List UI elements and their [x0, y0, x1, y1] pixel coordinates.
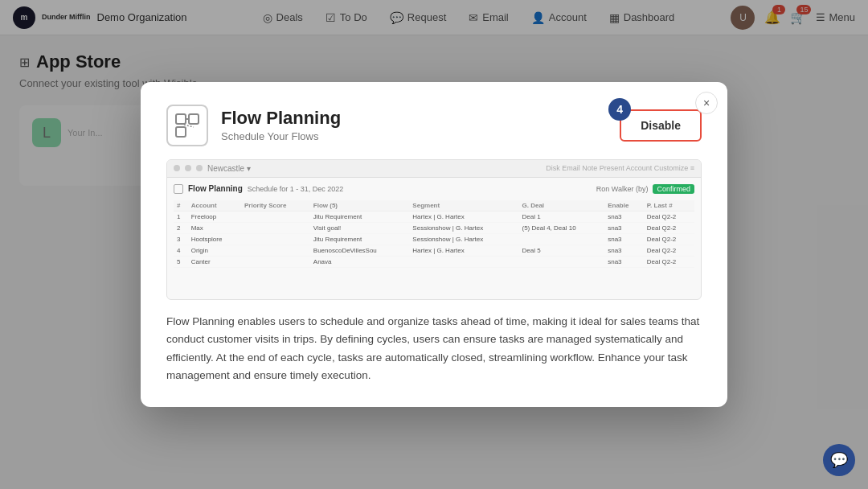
row-4-flow: BuenoscoDeVillesSou	[310, 244, 410, 256]
row-2-num: 2	[174, 222, 188, 233]
col-account: Account	[188, 200, 241, 212]
preview-nav-icons: Disk Email Note Present Account Customiz…	[546, 164, 694, 172]
preview-table-body: 1 Freeloop Jitu Requirement Hartex | G. …	[174, 211, 694, 267]
preview-table: # Account Priority Score Flow (5) Segmen…	[174, 200, 694, 268]
row-2-deal: (5) Deal 4, Deal 10	[518, 222, 604, 233]
col-last: P. Last #	[644, 200, 694, 212]
preview-dot-3	[196, 165, 203, 171]
preview-app-name: Flow Planning	[188, 184, 243, 193]
row-3-last: Deal Q2-2	[644, 233, 694, 244]
row-1-segment: Hartex | G. Hartex	[409, 211, 518, 222]
modal-title-group: Flow Planning Schedule Your Flows	[221, 108, 341, 142]
row-3-account: Hootsplore	[188, 233, 241, 244]
table-row: 2 Max Visit goal! Sessionshow | G. Harte…	[174, 222, 694, 233]
table-row: 5 Canter Anava sna3 Deal Q2-2	[174, 256, 694, 267]
flow-icon-svg	[173, 111, 202, 140]
modal-header: Flow Planning Schedule Your Flows 4 Disa…	[141, 82, 727, 159]
preview-person: Ron Walker (by)	[596, 185, 649, 193]
preview-confirmed-badge: Confirmed	[653, 184, 694, 194]
row-2-last: Deal Q2-2	[644, 222, 694, 233]
row-2-enable: sna3	[604, 222, 644, 233]
row-5-account: Canter	[188, 256, 241, 267]
svg-rect-2	[176, 127, 186, 137]
preview-schedule: Schedule for 1 - 31, Dec 2022	[248, 185, 592, 193]
row-4-deal: Deal 5	[518, 244, 604, 256]
preview-dot-2	[185, 165, 191, 171]
col-priority: Priority Score	[241, 200, 310, 212]
row-4-priority	[241, 244, 310, 256]
row-1-priority	[241, 211, 310, 222]
row-4-segment: Hartex | G. Hartex	[409, 244, 518, 256]
preview-table-header: # Account Priority Score Flow (5) Segmen…	[174, 200, 694, 212]
row-3-enable: sna3	[604, 233, 644, 244]
chat-icon: 💬	[830, 451, 848, 469]
preview-title-bar: Flow Planning Schedule for 1 - 31, Dec 2…	[174, 184, 694, 194]
step-number-badge: 4	[608, 98, 631, 121]
table-row: 1 Freeloop Jitu Requirement Hartex | G. …	[174, 211, 694, 222]
flow-planning-icon	[166, 105, 208, 146]
row-4-account: Origin	[188, 244, 241, 256]
col-segment: Segment	[409, 200, 518, 212]
chat-bubble-button[interactable]: 💬	[823, 444, 855, 476]
preview-app-icon-small	[174, 184, 183, 194]
modal-header-left: Flow Planning Schedule Your Flows	[166, 105, 341, 146]
svg-rect-1	[189, 114, 199, 124]
preview-area: Newcastle ▾ Disk Email Note Present Acco…	[166, 159, 702, 300]
row-1-account: Freeloop	[188, 211, 241, 222]
modal-app-subtitle: Schedule Your Flows	[221, 130, 341, 142]
row-1-num: 1	[174, 211, 188, 222]
row-3-priority	[241, 233, 310, 244]
modal-close-button[interactable]: ×	[695, 92, 718, 114]
row-4-last: Deal Q2-2	[644, 244, 694, 256]
col-flow: Flow (5)	[310, 200, 410, 212]
modal-description: Flow Planning enables users to schedule …	[141, 313, 727, 407]
row-5-priority	[241, 256, 310, 267]
disable-button[interactable]: Disable	[623, 113, 698, 138]
row-5-last: Deal Q2-2	[644, 256, 694, 267]
table-row: 4 Origin BuenoscoDeVillesSou Hartex | G.…	[174, 244, 694, 256]
row-5-deal	[518, 256, 604, 267]
row-2-segment: Sessionshow | G. Hartex	[409, 222, 518, 233]
row-5-num: 5	[174, 256, 188, 267]
row-1-deal: Deal 1	[518, 211, 604, 222]
col-deal: G. Deal	[518, 200, 604, 212]
svg-rect-0	[176, 114, 186, 124]
row-3-num: 3	[174, 233, 188, 244]
row-1-enable: sna3	[604, 211, 644, 222]
disable-area: 4 Disable	[620, 109, 702, 142]
row-2-priority	[241, 222, 310, 233]
row-3-segment: Sessionshow | G. Hartex	[409, 233, 518, 244]
row-5-segment	[409, 256, 518, 267]
preview-bar: Newcastle ▾ Disk Email Note Present Acco…	[167, 160, 701, 178]
row-2-flow: Visit goal!	[310, 222, 410, 233]
row-5-flow: Anava	[310, 256, 410, 267]
row-1-last: Deal Q2-2	[644, 211, 694, 222]
modal-app-title: Flow Planning	[221, 108, 341, 129]
row-5-enable: sna3	[604, 256, 644, 267]
preview-content: Flow Planning Schedule for 1 - 31, Dec 2…	[167, 178, 701, 274]
modal-overlay: × Flow Planning Schedule Your Flows	[0, 0, 868, 489]
row-1-flow: Jitu Requirement	[310, 211, 410, 222]
col-enable: Enable	[604, 200, 644, 212]
preview-dot-1	[174, 165, 180, 171]
preview-nav-label: Newcastle ▾	[207, 164, 251, 173]
disable-btn-wrapper: Disable	[620, 109, 702, 142]
row-2-account: Max	[188, 222, 241, 233]
row-3-flow: Jitu Requirement	[310, 233, 410, 244]
row-4-enable: sna3	[604, 244, 644, 256]
row-4-num: 4	[174, 244, 188, 256]
table-row: 3 Hootsplore Jitu Requirement Sessionsho…	[174, 233, 694, 244]
col-num: #	[174, 200, 188, 212]
row-3-deal	[518, 233, 604, 244]
modal: × Flow Planning Schedule Your Flows	[141, 82, 727, 407]
